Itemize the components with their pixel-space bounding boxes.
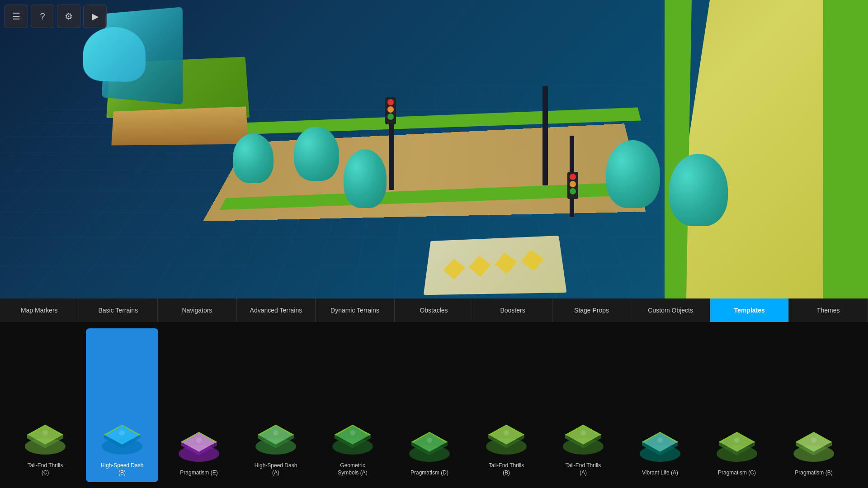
svg-point-65: [811, 437, 816, 443]
arrow-chevrons: [443, 248, 546, 281]
tray-item-icon-pragmatism-c: [710, 421, 764, 466]
settings-button[interactable]: ⚙: [57, 5, 80, 28]
svg-point-59: [734, 437, 740, 443]
platform-side: [111, 106, 248, 145]
tray-item-label-tail-end-thrills-c: Tail-End Thrills (C): [28, 462, 63, 476]
item-tray: Tail-End Thrills (C) High-Speed Dash (B): [0, 322, 868, 488]
traffic-light-2: [567, 172, 578, 199]
svg-point-53: [657, 437, 663, 443]
svg-point-11: [119, 430, 125, 436]
right-path-grass-right: [823, 0, 868, 298]
svg-point-41: [504, 430, 509, 436]
tray-item-high-speed-dash-a[interactable]: High-Speed Dash (A): [240, 328, 312, 482]
tray-item-icon-geometric-symbols-a: [326, 413, 380, 459]
tree-1: [233, 133, 274, 183]
tree-2: [294, 127, 339, 181]
tray-item-label-pragmatism-b: Pragmatism (B): [795, 469, 832, 477]
tray-item-label-pragmatism-e: Pragmatism (E): [180, 469, 217, 477]
tray-item-icon-tail-end-thrills-b: [479, 413, 533, 459]
tray-item-pragmatism-b[interactable]: Pragmatism (B): [778, 328, 850, 482]
nav-item-stage-props[interactable]: Stage Props: [552, 298, 632, 322]
nav-item-dynamic-terrains[interactable]: Dynamic Terrains: [316, 298, 395, 322]
viewport: ☰ ? ⚙ ▶: [0, 0, 868, 298]
tray-item-icon-tail-end-thrills-c: [18, 413, 72, 459]
tray-item-label-tail-end-thrills-a: Tail-End Thrills (A): [566, 462, 601, 476]
chevron-4: [519, 248, 546, 272]
tray-item-label-tail-end-thrills-b: Tail-End Thrills (B): [489, 462, 524, 476]
traffic-light-1: [385, 97, 396, 124]
toolbar: ☰ ? ⚙ ▶: [5, 5, 107, 28]
svg-point-5: [42, 430, 48, 436]
nav-item-advanced-terrains[interactable]: Advanced Terrains: [237, 298, 316, 322]
tray-item-tail-end-thrills-c[interactable]: Tail-End Thrills (C): [9, 328, 81, 482]
tray-item-pragmatism-a[interactable]: Pragmatism (A): [854, 328, 868, 482]
tray-item-pragmatism-e[interactable]: Pragmatism (E): [163, 328, 235, 482]
svg-point-29: [350, 430, 355, 436]
tray-item-tail-end-thrills-a[interactable]: Tail-End Thrills (A): [547, 328, 619, 482]
tray-item-pragmatism-d[interactable]: Pragmatism (D): [393, 328, 466, 482]
tray-item-icon-high-speed-dash-b: [95, 413, 149, 459]
scene: [0, 0, 868, 298]
tray-item-label-pragmatism-d: Pragmatism (D): [410, 469, 448, 477]
tray-item-icon-pragmatism-b: [787, 421, 841, 466]
svg-point-23: [273, 430, 278, 436]
tray-item-icon-tail-end-thrills-a: [556, 413, 610, 459]
tray-item-label-high-speed-dash-b: High-Speed Dash (B): [101, 462, 144, 476]
tray-item-label-vibrant-life-a: Vibrant Life (A): [642, 469, 678, 477]
tree-3: [344, 149, 387, 208]
nav-item-custom-objects[interactable]: Custom Objects: [631, 298, 710, 322]
pole-2: [542, 86, 548, 185]
cannon-barrel: [83, 26, 146, 82]
navbar: Map MarkersBasic TerrainsNavigatorsAdvan…: [0, 298, 868, 322]
svg-point-17: [196, 437, 202, 443]
chevron-3: [494, 251, 519, 275]
arrow-sign: [424, 236, 567, 295]
tray-item-tail-end-thrills-b[interactable]: Tail-End Thrills (B): [470, 328, 542, 482]
tree-4: [606, 140, 660, 208]
tray-item-icon-pragmatism-d: [402, 421, 457, 466]
tray-item-icon-pragmatism-e: [172, 421, 226, 466]
nav-item-obstacles[interactable]: Obstacles: [395, 298, 474, 322]
tree-5: [669, 154, 728, 226]
tray-item-icon-vibrant-life-a: [633, 421, 687, 466]
nav-item-navigators[interactable]: Navigators: [158, 298, 237, 322]
tray-item-icon-pragmatism-a: [863, 421, 868, 466]
tray-item-label-pragmatism-c: Pragmatism (C): [718, 469, 756, 477]
chevron-2: [468, 255, 492, 278]
play-button[interactable]: ▶: [83, 5, 107, 28]
tray-item-vibrant-life-a[interactable]: Vibrant Life (A): [624, 328, 696, 482]
menu-button[interactable]: ☰: [5, 5, 28, 28]
svg-point-47: [580, 430, 586, 436]
svg-point-35: [427, 437, 432, 443]
help-button[interactable]: ?: [31, 5, 54, 28]
tray-item-high-speed-dash-b[interactable]: High-Speed Dash (B): [86, 328, 158, 482]
tray-item-label-high-speed-dash-a: High-Speed Dash (A): [255, 462, 297, 476]
chevron-1: [443, 257, 466, 281]
tray-item-label-geometric-symbols-a: Geometric Symbols (A): [338, 462, 367, 476]
nav-item-basic-terrains[interactable]: Basic Terrains: [79, 298, 158, 322]
nav-item-map-markers[interactable]: Map Markers: [0, 298, 79, 322]
nav-item-templates[interactable]: Templates: [710, 298, 789, 322]
tray-item-icon-high-speed-dash-a: [249, 413, 303, 459]
tray-item-pragmatism-c[interactable]: Pragmatism (C): [701, 328, 773, 482]
tray-item-geometric-symbols-a[interactable]: Geometric Symbols (A): [316, 328, 389, 482]
nav-item-themes[interactable]: Themes: [789, 298, 868, 322]
nav-item-boosters[interactable]: Boosters: [473, 298, 552, 322]
